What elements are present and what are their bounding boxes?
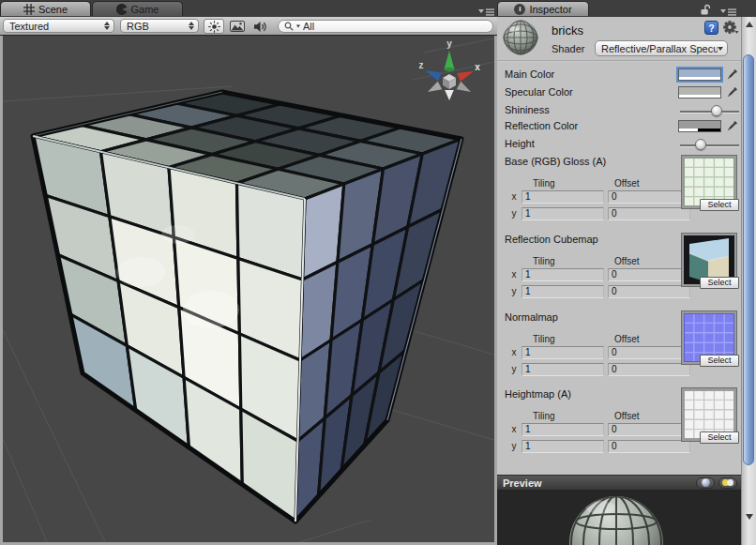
shader-value: Reflective/Parallax Specular xyxy=(601,43,718,54)
texture-section-normalmap: NormalmapTilingOffsetx10y10Select xyxy=(497,311,739,390)
texture-section-base-rgb-gloss-a: Base (RGB) Gloss (A)TilingOffsetx10y10Se… xyxy=(497,156,739,235)
grid-icon xyxy=(23,4,35,15)
tiling-x-field[interactable]: 1 xyxy=(522,268,604,281)
offset-header: Offset xyxy=(614,256,640,266)
tab-scene[interactable]: Scene xyxy=(0,1,91,16)
offset-y-field[interactable]: 0 xyxy=(608,207,690,220)
offset-y-field[interactable]: 0 xyxy=(608,440,690,453)
texture-section-reflection-cubemap: Reflection CubemapTilingOffsetx10y10Sele… xyxy=(497,234,739,312)
offset-x-field[interactable]: 0 xyxy=(608,190,690,204)
property-row-height: Height xyxy=(497,137,739,154)
inspector-panel-menu-icon[interactable] xyxy=(720,4,736,13)
tiling-y-field[interactable]: 1 xyxy=(522,363,604,376)
tab-game-label: Game xyxy=(131,4,159,15)
property-label: Height xyxy=(505,138,535,149)
property-label: Specular Color xyxy=(505,86,573,98)
texture-section-heightmap-a: Heightmap (A)TilingOffsetx10y10Select xyxy=(497,388,739,467)
tiling-header: Tiling xyxy=(533,178,555,189)
gizmo-axis-label-y: y xyxy=(446,38,452,49)
preview-lighting-button[interactable] xyxy=(718,477,737,489)
scrollbar-down-arrow[interactable] xyxy=(746,514,753,520)
gizmo-axis-label-x: x xyxy=(475,62,480,72)
tiling-x-field[interactable]: 1 xyxy=(522,423,604,436)
slider-track-shininess[interactable] xyxy=(680,111,739,114)
inspector-scrollbar[interactable] xyxy=(741,17,756,545)
color-swatch-specular-color[interactable] xyxy=(678,86,721,98)
gear-menu-icon[interactable] xyxy=(722,20,739,35)
draw-mode-value: Textured xyxy=(9,21,49,32)
scene-tabbar: Scene Game xyxy=(0,0,497,17)
alpha-bar xyxy=(679,95,720,98)
inspector-panel: i Inspector xyxy=(497,0,756,545)
offset-x-field[interactable]: 0 xyxy=(608,423,690,436)
divider xyxy=(497,60,741,62)
offset-x-field[interactable]: 0 xyxy=(608,268,690,281)
axis-label-y: y xyxy=(510,208,518,219)
material-preview-thumbnail xyxy=(502,19,539,56)
tab-game[interactable]: Game xyxy=(92,1,183,16)
lighting-toggle-button[interactable] xyxy=(204,19,224,34)
eyedropper-icon[interactable] xyxy=(724,85,739,100)
slider-thumb-shininess[interactable] xyxy=(711,105,722,116)
search-icon xyxy=(284,22,294,31)
material-name: bricks xyxy=(552,23,583,38)
scrollbar-up-arrow[interactable] xyxy=(746,22,753,27)
color-mode-dropdown[interactable]: RGB xyxy=(120,19,199,33)
tiling-y-field[interactable]: 1 xyxy=(522,440,604,453)
property-label: Main Color xyxy=(505,68,554,80)
preview-header[interactable]: Preview xyxy=(497,475,741,491)
shader-dropdown[interactable]: Reflective/Parallax Specular xyxy=(595,40,728,56)
property-row-main-color: Main Color xyxy=(497,68,739,84)
unity-editor-window: Scene Game Textured RGB xyxy=(0,0,756,545)
scene-panel-menu-icon[interactable] xyxy=(478,4,494,13)
tab-inspector[interactable]: i Inspector xyxy=(497,1,589,16)
color-swatch-main-color[interactable] xyxy=(678,68,721,81)
speaker-icon xyxy=(253,21,267,33)
alpha-bar xyxy=(679,77,720,80)
eyedropper-icon[interactable] xyxy=(724,68,739,83)
axis-label-y: y xyxy=(510,286,518,296)
updown-arrows-icon xyxy=(104,22,110,30)
tiling-y-field[interactable]: 1 xyxy=(522,285,604,298)
search-scope-label: All xyxy=(303,21,314,32)
axis-label-x: x xyxy=(510,269,518,280)
select-button[interactable]: Select xyxy=(700,199,739,211)
alpha-bar xyxy=(679,129,720,131)
gizmo-axis-label-z: z xyxy=(419,60,424,70)
color-swatch-reflection-color[interactable] xyxy=(678,120,721,132)
game-icon xyxy=(116,4,128,15)
tiling-x-field[interactable]: 1 xyxy=(522,190,604,204)
offset-y-field[interactable]: 0 xyxy=(608,363,690,376)
sphere-icon xyxy=(702,478,710,487)
select-button[interactable]: Select xyxy=(700,277,739,289)
preview-sphere-button[interactable] xyxy=(696,477,715,489)
tiling-y-field[interactable]: 1 xyxy=(522,207,604,220)
dropdown-arrow-icon xyxy=(718,47,723,51)
gizmo-y-base xyxy=(445,68,455,71)
offset-x-field[interactable]: 0 xyxy=(608,346,690,359)
slider-thumb-height[interactable] xyxy=(695,139,706,150)
property-row-shininess: Shininess xyxy=(497,103,739,120)
scene-search-input[interactable]: All xyxy=(278,20,493,33)
offset-y-field[interactable]: 0 xyxy=(608,285,690,298)
eyedropper-icon[interactable] xyxy=(724,119,739,134)
light-off-icon xyxy=(727,479,733,486)
tab-scene-label: Scene xyxy=(38,4,68,15)
slider-track-height[interactable] xyxy=(680,144,739,147)
select-button[interactable]: Select xyxy=(700,355,739,367)
draw-mode-dropdown[interactable]: Textured xyxy=(3,19,114,33)
audio-toggle-button[interactable] xyxy=(249,19,270,34)
reflection-highlight xyxy=(183,291,239,328)
reflection-highlight xyxy=(116,257,165,287)
select-button[interactable]: Select xyxy=(700,431,739,444)
property-label: Shininess xyxy=(505,104,550,115)
help-icon[interactable]: ? xyxy=(704,21,718,35)
property-row-specular-color: Specular Color xyxy=(497,85,739,102)
scrollbar-thumb[interactable] xyxy=(743,54,754,465)
render-overlay-button[interactable] xyxy=(227,19,248,34)
scene-viewport-canvas[interactable]: yxz xyxy=(3,36,494,542)
search-scope-arrow-icon[interactable] xyxy=(296,25,300,28)
tiling-x-field[interactable]: 1 xyxy=(522,346,604,359)
property-label: Reflection Color xyxy=(505,120,578,131)
texture-section-label: Heightmap (A) xyxy=(505,388,571,400)
